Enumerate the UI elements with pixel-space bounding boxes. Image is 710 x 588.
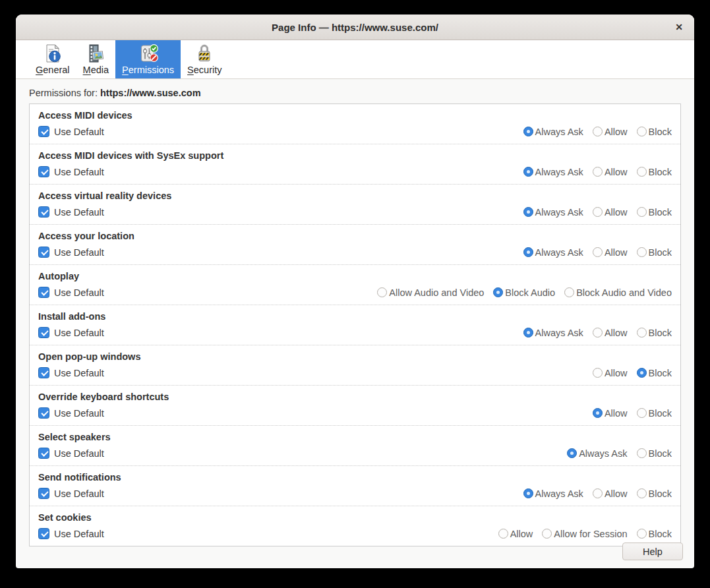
radio-option[interactable]: Allow [593, 488, 628, 499]
use-default-checkbox[interactable]: Use Default [38, 448, 104, 459]
checkbox-icon [38, 367, 49, 378]
radio-option[interactable]: Block [637, 167, 672, 177]
tab-general[interactable]: General [29, 40, 76, 78]
radio-options: Always AskAllowBlock [523, 247, 672, 258]
radio-unselected-icon [637, 247, 647, 257]
permission-controls: Use Default Always AskAllowBlock [38, 326, 672, 339]
radio-option[interactable]: Always Ask [523, 488, 583, 499]
checkbox-icon [38, 247, 49, 258]
radio-options: AllowBlock [593, 368, 672, 378]
titlebar[interactable]: Page Info — https://www.suse.com/ ✕ [16, 15, 694, 40]
radio-label: Block [649, 127, 672, 137]
permission-row: Access virtual reality devices Use Defau… [30, 185, 680, 225]
use-default-checkbox[interactable]: Use Default [38, 287, 104, 298]
tab-security[interactable]: Security [181, 40, 228, 78]
radio-unselected-icon [637, 529, 647, 539]
tab-label: Media [83, 65, 109, 75]
radio-label: Allow [605, 368, 628, 378]
radio-option[interactable]: Allow [593, 328, 628, 338]
use-default-checkbox[interactable]: Use Default [38, 166, 104, 177]
radio-label: Allow [605, 328, 628, 338]
permission-row: Select speakers Use Default Always AskBl… [30, 426, 680, 466]
radio-option[interactable]: Block Audio [493, 287, 555, 298]
checkbox-icon [38, 206, 49, 218]
use-default-checkbox[interactable]: Use Default [38, 488, 104, 499]
permission-row: Install add-ons Use Default Always AskAl… [30, 305, 680, 345]
radio-options: Always AskBlock [567, 448, 672, 459]
radio-option[interactable]: Allow [593, 127, 628, 137]
radio-option[interactable]: Block [637, 127, 672, 137]
permission-row: Access MIDI devices with SysEx support U… [30, 144, 680, 185]
checkbox-icon [38, 407, 49, 419]
general-icon [42, 43, 63, 64]
radio-option[interactable]: Allow [593, 368, 628, 378]
radio-unselected-icon [637, 448, 647, 458]
use-default-checkbox[interactable]: Use Default [38, 407, 104, 419]
tab-label: Permissions [122, 65, 174, 75]
radio-label: Block [649, 529, 672, 539]
radio-option[interactable]: Always Ask [567, 448, 627, 459]
radio-option[interactable]: Allow Audio and Video [377, 287, 484, 298]
radio-option[interactable]: Always Ask [523, 127, 583, 137]
permission-title: Set cookies [38, 512, 672, 523]
radio-option[interactable]: Allow for Session [542, 529, 627, 539]
radio-unselected-icon [637, 167, 647, 177]
radio-option[interactable]: Allow [593, 207, 628, 218]
checkbox-icon [38, 287, 49, 298]
use-default-checkbox[interactable]: Use Default [38, 206, 104, 218]
radio-option[interactable]: Block [637, 408, 672, 419]
radio-option[interactable]: Allow [593, 167, 628, 177]
radio-option[interactable]: Always Ask [523, 207, 583, 218]
radio-unselected-icon [593, 207, 603, 217]
use-default-checkbox[interactable]: Use Default [38, 367, 104, 378]
use-default-checkbox[interactable]: Use Default [38, 126, 104, 137]
radio-option[interactable]: Allow [593, 247, 628, 258]
radio-options: AllowBlock [593, 408, 672, 419]
radio-option[interactable]: Always Ask [523, 328, 583, 338]
radio-unselected-icon [593, 247, 603, 257]
radio-unselected-icon [593, 328, 603, 338]
help-button[interactable]: Help [622, 543, 683, 560]
radio-label: Allow for Session [554, 529, 627, 539]
permission-title: Send notifications [38, 471, 672, 483]
radio-unselected-icon [637, 328, 647, 338]
tab-permissions[interactable]: Permissions [115, 40, 181, 78]
radio-option[interactable]: Block [637, 328, 672, 338]
radio-label: Always Ask [579, 448, 627, 459]
permission-controls: Use Default Always AskAllowBlock [38, 165, 672, 178]
radio-option[interactable]: Block [637, 448, 672, 459]
radio-unselected-icon [542, 529, 552, 539]
radio-options: Always AskAllowBlock [523, 207, 672, 218]
radio-unselected-icon [377, 287, 387, 297]
use-default-checkbox[interactable]: Use Default [38, 247, 104, 258]
use-default-checkbox[interactable]: Use Default [38, 528, 104, 539]
permission-row: Access MIDI devices Use Default Always A… [30, 104, 680, 144]
radio-option[interactable]: Block Audio and Video [564, 287, 672, 298]
close-button[interactable]: ✕ [670, 19, 688, 35]
radio-label: Block [649, 448, 672, 459]
use-default-label: Use Default [54, 368, 104, 378]
radio-option[interactable]: Block [637, 488, 672, 499]
radio-option[interactable]: Block [637, 368, 672, 378]
tab-media[interactable]: Media [76, 40, 116, 78]
radio-option[interactable]: Allow [498, 529, 533, 539]
checkbox-icon [38, 488, 49, 499]
radio-option[interactable]: Block [637, 247, 672, 258]
radio-unselected-icon [637, 127, 647, 136]
radio-option[interactable]: Block [637, 529, 672, 539]
permission-title: Access your location [38, 230, 672, 242]
radio-option[interactable]: Always Ask [523, 167, 583, 177]
radio-selected-icon [523, 127, 533, 136]
checkbox-icon [38, 166, 49, 177]
radio-option[interactable]: Allow [593, 408, 628, 419]
permissions-icon [138, 43, 159, 64]
permission-title: Install add-ons [38, 310, 672, 322]
use-default-label: Use Default [54, 247, 104, 258]
radio-option[interactable]: Block [637, 207, 672, 218]
permission-title: Override keyboard shortcuts [38, 391, 672, 403]
radio-options: Always AskAllowBlock [523, 127, 672, 137]
permissions-list: Access MIDI devices Use Default Always A… [29, 103, 681, 546]
radio-option[interactable]: Always Ask [523, 247, 583, 258]
radio-label: Block [649, 488, 672, 499]
use-default-checkbox[interactable]: Use Default [38, 327, 104, 338]
